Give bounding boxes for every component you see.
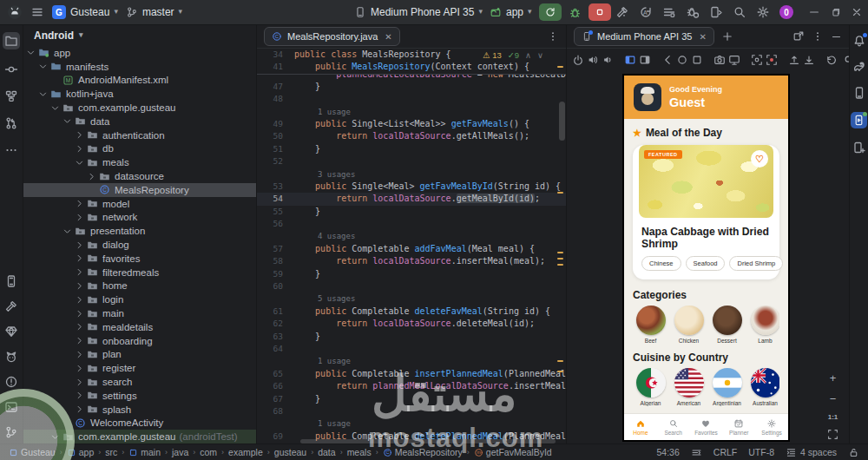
tree-item-home[interactable]: home <box>23 279 256 293</box>
emulator-device-tab[interactable]: Medium Phone API 35 ✕ <box>574 27 714 46</box>
region-capture-button[interactable] <box>751 54 763 66</box>
open-in-window-button[interactable] <box>792 30 805 43</box>
version-control-tool-button[interactable] <box>4 425 18 439</box>
screen-record-button[interactable] <box>728 54 740 66</box>
tree-item-register[interactable]: register <box>23 361 256 375</box>
usage-hint[interactable]: 4 usages <box>257 230 566 242</box>
code-line-56[interactable]: 56 <box>257 218 566 230</box>
tree-item-search[interactable]: search <box>23 375 256 389</box>
category-lamb[interactable]: Lamb <box>747 306 779 344</box>
debug-button[interactable] <box>569 6 582 19</box>
breadcrumb-example[interactable]: example <box>228 447 263 457</box>
code-line-51[interactable]: 51 } <box>257 143 566 155</box>
chevron-collapsed-icon[interactable] <box>75 378 84 387</box>
usage-hint[interactable]: 1 usage <box>257 417 566 430</box>
favorite-heart-button[interactable]: ♡ <box>751 150 768 168</box>
cuisine-algerian[interactable]: Algerian <box>633 368 668 406</box>
next-problem-icon[interactable]: ∨ <box>537 50 543 60</box>
category-beef[interactable]: Beef <box>633 306 668 344</box>
code-line-48[interactable]: 48 <box>257 93 566 105</box>
project-tool-button[interactable] <box>3 32 20 49</box>
breadcrumb-app[interactable]: app <box>67 447 95 457</box>
tree-item-db[interactable]: db <box>23 142 256 156</box>
file-encoding[interactable]: UTF-8 <box>748 447 774 457</box>
sync-button[interactable]: A <box>639 5 653 19</box>
breadcrumb-mealsrepository[interactable]: CMealsRepository <box>383 447 463 457</box>
nav-search[interactable]: Search <box>657 414 690 440</box>
chevron-collapsed-icon[interactable] <box>75 350 84 359</box>
tree-item-meals[interactable]: meals <box>23 155 256 169</box>
tag-chip-chinese[interactable]: Chinese <box>641 256 681 271</box>
zoom-in-button[interactable]: + <box>830 371 837 384</box>
search-button[interactable] <box>733 5 746 19</box>
tree-item-main[interactable]: main <box>23 306 256 320</box>
code-line-61[interactable]: 61 public Completable deleteFavMeal(Stri… <box>257 306 566 318</box>
breadcrumb-java[interactable]: java <box>172 447 188 457</box>
code-line-53[interactable]: 53 public Single<Meal> getFavMealById(St… <box>257 181 566 193</box>
tree-item-mealsrepository[interactable]: CMealsRepository <box>23 183 256 197</box>
more-tools-button[interactable] <box>4 143 18 157</box>
readonly-toggle-icon[interactable] <box>848 447 859 458</box>
pull-requests-tool-button[interactable] <box>4 116 18 130</box>
tree-item-androidmanifest-xml[interactable]: MAndroidManifest.xml <box>23 74 256 88</box>
chevron-collapsed-icon[interactable] <box>75 130 84 140</box>
tree-item-kotlin-java[interactable]: kotlin+java <box>23 87 256 101</box>
run-config-selector[interactable]: app ▾ <box>490 6 532 18</box>
device-stream-button[interactable] <box>709 5 723 19</box>
chevron-collapsed-icon[interactable] <box>75 336 84 345</box>
chevron-collapsed-icon[interactable] <box>87 172 96 181</box>
running-devices-tool-button[interactable] <box>851 112 867 128</box>
notifications-badge[interactable]: 0 <box>779 5 793 19</box>
emulator-options-button[interactable] <box>812 30 824 43</box>
problems-tool-button[interactable] <box>4 375 18 389</box>
chevron-expanded-icon[interactable] <box>38 89 48 99</box>
device-selector[interactable]: Medium Phone API 35 ▾ <box>354 6 483 18</box>
tree-item-login[interactable]: login <box>23 292 256 306</box>
code-line-58[interactable]: 58 return localDataSource.insertMeal(mea… <box>257 255 566 267</box>
code-line-65[interactable]: 65 public Completable insertPlannedMeal(… <box>257 368 566 380</box>
indent-setting[interactable]: 4 spaces <box>786 447 837 458</box>
phone-screen[interactable]: Good Evening Guest ★ Meal of the Day FEA… <box>624 76 788 440</box>
breadcrumb-data[interactable]: data <box>318 447 335 457</box>
editor-vertical-scrollbar[interactable] <box>559 102 565 141</box>
line-ending[interactable]: CRLF <box>713 447 737 457</box>
volume-down-button[interactable] <box>602 54 614 66</box>
cuisine-american[interactable]: American <box>671 368 707 406</box>
code-line-47[interactable]: 47 } <box>257 81 566 93</box>
tree-item-presentation[interactable]: presentation <box>23 224 256 238</box>
tree-item-com-example-gusteau[interactable]: com.example.gusteau <box>23 101 256 115</box>
selection-mode-icon[interactable] <box>691 447 702 458</box>
commit-tool-button[interactable] <box>4 62 18 76</box>
rerun-button[interactable] <box>539 3 562 21</box>
nav-home[interactable]: Home <box>624 414 657 440</box>
chevron-collapsed-icon[interactable] <box>75 253 84 263</box>
structure-tool-button[interactable] <box>4 89 18 103</box>
tree-item-manifests[interactable]: manifests <box>23 60 256 74</box>
home-circle-button[interactable] <box>676 54 688 66</box>
zoom-reset-button[interactable]: 1:1 <box>828 413 838 421</box>
category-chicken[interactable]: Chicken <box>671 306 707 344</box>
tree-item-plan[interactable]: plan <box>23 348 256 362</box>
app-quality-insights-tool-button[interactable] <box>4 325 18 338</box>
tree-item-network[interactable]: network <box>23 211 256 225</box>
notifications-tool-button[interactable] <box>852 34 866 48</box>
gear-button[interactable] <box>756 5 770 19</box>
chevron-expanded-icon[interactable] <box>38 62 48 71</box>
chevron-expanded-icon[interactable] <box>26 48 36 57</box>
tree-item-app[interactable]: app <box>23 46 256 60</box>
inspection-widget[interactable]: ⚠ 13 ✓9 ∧ ∨ <box>483 49 543 61</box>
tree-item-settings[interactable]: settings <box>23 389 256 403</box>
back-button[interactable] <box>661 54 674 66</box>
breadcrumb-com[interactable]: com <box>200 447 217 457</box>
push-file-button[interactable] <box>788 54 800 66</box>
tree-item-splash[interactable]: splash <box>23 403 256 417</box>
code-line-55[interactable]: 55 } <box>257 206 566 218</box>
gradle-tool-button[interactable] <box>852 60 866 74</box>
sticky-line-41[interactable]: 41 public MealsRepository(Context contex… <box>257 61 566 73</box>
chevron-collapsed-icon[interactable] <box>75 281 84 291</box>
stop-button[interactable] <box>589 3 611 21</box>
tree-item-welcomeactivity[interactable]: CWelcomeActivity <box>23 417 256 430</box>
tree-item-com-example-gusteau[interactable]: com.example.gusteau (androidTest) <box>23 430 256 444</box>
caret-position[interactable]: 54:36 <box>657 447 680 457</box>
add-device-tab-button[interactable] <box>721 30 733 43</box>
